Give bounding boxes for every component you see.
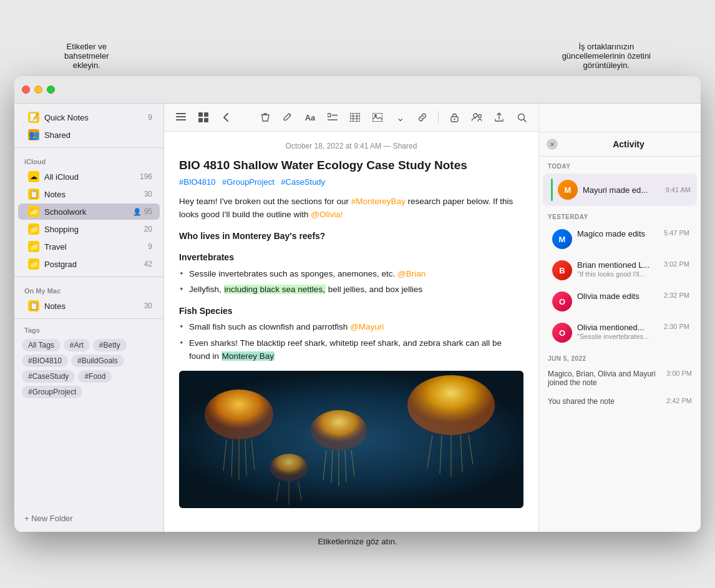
activity-panel: ✕ Activity TODAY M Mayuri made ed... 9:4… [538,104,701,532]
tag-betty[interactable]: #Betty [93,339,127,351]
tag-all-tags[interactable]: All Tags [22,339,61,351]
tags-section: Tags All Tags #Art #Betty #BIO4810 #Buil… [14,323,163,402]
invertebrates-list: Sessile invertebrates such as sponges, a… [179,267,523,296]
sidebar-item-notes-icloud[interactable]: 📋 Notes 30 [18,186,160,202]
activity-item-preview-olivia2: "Sessile invertebrates... [577,333,660,340]
new-folder-button[interactable]: + New Folder [14,510,163,527]
activity-item-time-magico: 5:47 PM [664,229,689,237]
tags-grid: All Tags #Art #Betty #BIO4810 #BuildGoal… [22,339,156,398]
tags-header: Tags [22,326,156,334]
activity-item-info-olivia2: Olivia mentioned... "Sessile invertebrat… [577,323,660,340]
note-content: October 18, 2022 at 9:41 AM — Shared BIO… [164,132,538,532]
schoolwork-count: 95 [144,207,152,216]
svg-point-20 [479,115,482,118]
activity-joined-text: Magico, Brian, Olivia and Mayuri joined … [548,370,656,387]
activity-toolbar [539,104,701,132]
note-meta: October 18, 2022 at 9:41 AM — Shared [179,142,523,150]
activity-note-joined: 3:00 PM Magico, Brian, Olivia and Mayuri… [539,365,701,392]
mention-brian[interactable]: @Brian [397,269,426,278]
notes-mac-icon: 📋 [28,300,39,311]
tag-bio4810-inline[interactable]: #BIO4810 [179,177,216,187]
svg-rect-6 [204,118,208,122]
travel-label: Travel [44,242,148,252]
sidebar-item-schoolwork[interactable]: 📁 Schoolwork 👤 95 [18,203,160,220]
activity-item-info-brian: Brian mentioned L... "If this looks good… [577,260,660,278]
back-button[interactable] [216,109,235,126]
list-item: Small fish such as clownfish and parrotf… [189,320,523,334]
tag-bio4810[interactable]: #BIO4810 [22,355,68,367]
tag-group-project[interactable]: #GroupProject [22,386,82,398]
checklist-button[interactable] [323,109,342,126]
share-button[interactable] [490,109,508,126]
note-area: Aa ⌄ [164,104,538,532]
postgrad-icon: 📁 [28,258,39,270]
tag-case-study-inline[interactable]: #CaseStudy [281,177,325,187]
window-chrome [14,76,701,104]
activity-item-olivia2[interactable]: O Olivia mentioned... "Sessile invertebr… [543,318,697,348]
sidebar-item-shopping[interactable]: 📁 Shopping 20 [18,221,160,237]
minimize-button[interactable] [34,86,42,94]
activity-avatar-olivia1: O [552,292,572,311]
link-button[interactable] [413,109,432,126]
activity-item-name-magico: Magico made edits [577,229,660,238]
mention-olivia[interactable]: @Olivia! [311,210,343,219]
svg-point-36 [407,375,495,435]
activity-item-brian[interactable]: B Brian mentioned L... "If this looks go… [543,255,697,285]
tag-build-goals[interactable]: #BuildGoals [71,355,124,367]
activity-item-mayuri[interactable]: M Mayuri made ed... 9:41 AM [543,174,697,206]
sidebar-divider-2 [14,277,163,277]
collaborate-button[interactable] [467,109,486,126]
note-title: BIO 4810 Shallow Water Ecology Case Stud… [179,158,523,174]
table-button[interactable] [346,109,364,126]
activity-title: Activity [564,139,693,149]
shopping-icon: 📁 [28,223,39,235]
shopping-count: 20 [144,225,152,233]
activity-item-magico1[interactable]: M Magico made edits 5:47 PM [543,224,697,254]
activity-item-name-brian: Brian mentioned L... [577,260,660,270]
section-who-lives: Who lives in Monterey Bay's reefs? [179,229,523,243]
list-item: Sessile invertebrates such as sponges, a… [189,267,523,281]
highlight-monterey-bay: Monterey Bay [221,351,275,361]
icloud-header: iCloud [14,152,163,168]
activity-avatar-mayuri: M [558,180,578,200]
svg-rect-0 [176,113,186,114]
more-media-button[interactable]: ⌄ [391,109,409,126]
search-button[interactable] [512,109,531,126]
compose-button[interactable] [278,109,297,126]
activity-header: ✕ Activity [539,132,701,157]
lock-button[interactable] [445,109,464,126]
tag-case-study[interactable]: #CaseStudy [22,370,75,383]
svg-rect-15 [372,113,382,122]
mention-mayuri[interactable]: @Mayuri [350,322,384,331]
activity-avatar-olivia2: O [552,323,572,343]
activity-close-button[interactable]: ✕ [547,139,558,150]
link-monterey-bay[interactable]: #MontereyBay [351,197,406,206]
postgrad-count: 42 [144,260,152,268]
content-area: 📝 Quick Notes 9 👥 Shared iCloud ☁ All iC… [14,104,701,532]
activity-item-time-mayuri: 9:41 AM [666,186,691,194]
callout-tags-mentions: Etiketler ve bahsetmeler ekleyin. [64,42,109,70]
activity-item-olivia1[interactable]: O Olivia made edits 2:32 PM [543,287,697,316]
sidebar-item-quick-notes[interactable]: 📝 Quick Notes 9 [18,109,160,125]
format-button[interactable]: Aa [301,109,319,126]
list-view-button[interactable] [172,109,190,126]
media-button[interactable] [368,109,387,126]
svg-rect-10 [350,113,360,122]
sidebar-item-notes-mac[interactable]: 📋 Notes 30 [18,298,160,314]
quick-notes-count: 9 [148,113,152,122]
grid-view-button[interactable] [194,109,213,126]
close-button[interactable] [22,86,30,94]
sidebar-item-travel[interactable]: 📁 Travel 9 [18,238,160,255]
tag-art[interactable]: #Art [64,339,90,351]
delete-button[interactable] [256,109,275,126]
callout-browse-tags: Etiketlerinize göz atın. [14,532,701,546]
tag-food[interactable]: #Food [78,370,112,383]
shared-icon: 👥 [28,129,39,140]
sidebar-item-postgrad[interactable]: 📁 Postgrad 42 [18,256,160,272]
maximize-button[interactable] [47,86,55,94]
tag-group-project-inline[interactable]: #GroupProject [222,177,275,187]
notes-icloud-count: 30 [144,190,152,198]
sidebar-item-all-icloud[interactable]: ☁ All iCloud 196 [18,169,160,185]
sidebar-item-shared[interactable]: 👥 Shared [18,127,160,143]
activity-avatar-brian: B [552,260,572,280]
